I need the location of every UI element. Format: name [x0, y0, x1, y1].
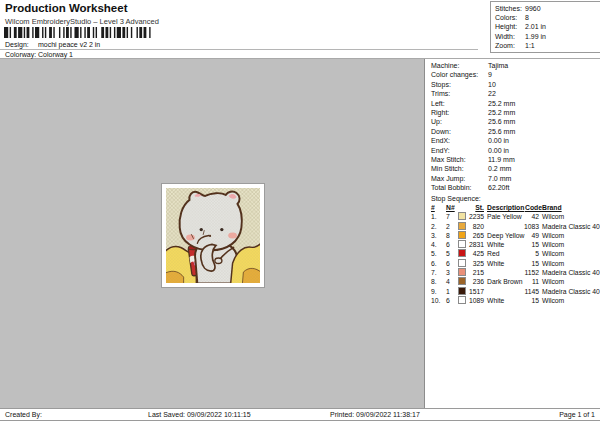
- stats-row: Width: 1.99 in: [495, 32, 600, 41]
- machine-info-value: 9: [488, 70, 599, 79]
- row-number: 1.: [431, 212, 446, 221]
- thread-brand: Wilcom: [539, 249, 600, 258]
- machine-info-value: 22: [488, 89, 599, 98]
- machine-info-row: Trims: 22: [431, 89, 599, 98]
- needle-number: 6: [446, 296, 458, 305]
- machine-info-row: Stops: 10: [431, 80, 599, 89]
- col-description: Description: [484, 203, 522, 212]
- thread-brand: Wilcom: [539, 212, 600, 221]
- stat-value: 1:1: [525, 41, 600, 50]
- thread-description: Dark Brown: [484, 277, 522, 286]
- machine-info-row: Color changes: 9: [431, 70, 599, 79]
- thread-brand: Wilcom: [539, 231, 600, 240]
- needle-number: 3: [446, 268, 458, 277]
- thread-description: Red: [484, 249, 522, 258]
- stop-sequence-section: Stop Sequence: # N# St. Description Code…: [431, 194, 600, 305]
- row-number: 10.: [431, 296, 446, 305]
- stat-label: Height:: [495, 22, 525, 31]
- machine-info-label: EndY:: [431, 146, 488, 155]
- thread-description: Pale Yellow: [484, 212, 522, 221]
- thread-color-swatch: [458, 249, 466, 257]
- page-indicator: Page 1 of 1: [559, 411, 595, 418]
- stop-sequence-row: 7. 3 215 1152 Madeira Classic 40: [431, 268, 600, 277]
- needle-number: 6: [446, 259, 458, 268]
- machine-info-value: 62.20ft: [488, 183, 599, 192]
- machine-info-row: Max Jump: 7.0 mm: [431, 174, 599, 183]
- header-divider: [0, 49, 478, 50]
- stitch-count: 425: [468, 249, 484, 258]
- mochi-cat-cola-illustration: cola: [166, 188, 260, 283]
- thread-brand: Wilcom: [539, 259, 600, 268]
- machine-info-row: Total Bobbin: 62.20ft: [431, 183, 599, 192]
- needle-number: 5: [446, 249, 458, 258]
- design-value: mochi peace v2 2 in: [38, 41, 100, 48]
- machine-info-row: Min Stitch: 0.2 mm: [431, 164, 599, 173]
- design-canvas: cola: [0, 59, 424, 408]
- thread-brand: Wilcom: [539, 240, 600, 249]
- worksheet-footer: Created By: Last Saved: 09/09/2022 10:11…: [0, 408, 600, 421]
- machine-info-label: Left:: [431, 99, 488, 108]
- needle-number: 7: [446, 212, 458, 221]
- stitch-count: 265: [468, 231, 484, 240]
- row-number: 6.: [431, 259, 446, 268]
- machine-info-label: Min Stitch:: [431, 164, 488, 173]
- stop-sequence-row: 2. 2 820 1083 Madeira Classic 40: [431, 222, 600, 231]
- thread-code: 15: [522, 296, 539, 305]
- needle-number: 1: [446, 287, 458, 296]
- machine-info-value: 7.0 mm: [488, 174, 599, 183]
- thread-color-swatch: [458, 296, 466, 304]
- stop-sequence-row: 3. 8 265 Deep Yellow 49 Wilcom: [431, 231, 600, 240]
- embroidery-design-preview: cola: [161, 183, 265, 288]
- machine-info-value: 25.6 mm: [488, 117, 599, 126]
- colorway-value: Colorway 1: [38, 51, 73, 58]
- machine-info-label: EndX:: [431, 136, 488, 145]
- thread-code: 1083: [522, 222, 539, 231]
- machine-info-row: Down: 25.6 mm: [431, 127, 599, 136]
- stat-value: 2.01 in: [525, 22, 600, 31]
- machine-info-label: Max Stitch:: [431, 155, 488, 164]
- machine-info-label: Trims:: [431, 89, 488, 98]
- machine-info-value: 25.2 mm: [488, 99, 599, 108]
- stop-sequence-row: 8. 4 236 Dark Brown 11 Wilcom: [431, 277, 600, 286]
- thread-description: White: [484, 296, 522, 305]
- needle-number: 6: [446, 240, 458, 249]
- machine-info-value: 0.00 in: [488, 136, 599, 145]
- machine-info-label: Up:: [431, 117, 488, 126]
- stitch-count: 1089: [468, 296, 484, 305]
- machine-info-row: Machine: Tajima: [431, 61, 599, 70]
- thread-brand: Madeira Classic 40: [539, 222, 600, 231]
- production-worksheet-page: Production Worksheet Wilcom EmbroiderySt…: [0, 0, 600, 424]
- needle-number: 8: [446, 231, 458, 240]
- stat-label: Stitches:: [495, 4, 525, 13]
- stitch-count: 1517: [468, 287, 484, 296]
- design-name-row: Design:mochi peace v2 2 in: [5, 41, 100, 48]
- thread-color-swatch: [458, 240, 466, 248]
- thread-description: [484, 287, 522, 296]
- design-label: Design:: [5, 41, 38, 48]
- row-number: 8.: [431, 277, 446, 286]
- thread-description: Deep Yellow: [484, 231, 522, 240]
- row-number: 5.: [431, 249, 446, 258]
- col-number: #: [431, 203, 446, 212]
- design-barcode: [4, 27, 152, 38]
- stop-sequence-title: Stop Sequence:: [431, 194, 600, 203]
- machine-info-row: Right: 25.2 mm: [431, 108, 599, 117]
- colorway-label: Colorway:: [5, 51, 38, 58]
- thread-code: 49: [522, 231, 539, 240]
- thread-brand: Wilcom: [539, 277, 600, 286]
- machine-info-label: Down:: [431, 127, 488, 136]
- machine-info-value: 0.2 mm: [488, 164, 599, 173]
- col-brand: Brand: [539, 203, 600, 212]
- design-stats-box: Stitches: 9960 Colors: 8 Height: 2.01 in…: [490, 1, 600, 53]
- thread-color-swatch: [458, 268, 466, 276]
- thread-color-swatch: [458, 277, 466, 285]
- machine-info-label: Right:: [431, 108, 488, 117]
- last-saved-text: Last Saved: 09/09/2022 10:11:15: [148, 411, 251, 418]
- machine-info-label: Machine:: [431, 61, 488, 70]
- machine-info: Machine: Tajima Color changes: 9 Stops: …: [431, 61, 599, 193]
- needle-number: 2: [446, 222, 458, 231]
- row-number: 3.: [431, 231, 446, 240]
- stat-label: Width:: [495, 32, 525, 41]
- thread-code: 11: [522, 277, 539, 286]
- stop-sequence-row: 10. 6 1089 White 15 Wilcom: [431, 296, 600, 305]
